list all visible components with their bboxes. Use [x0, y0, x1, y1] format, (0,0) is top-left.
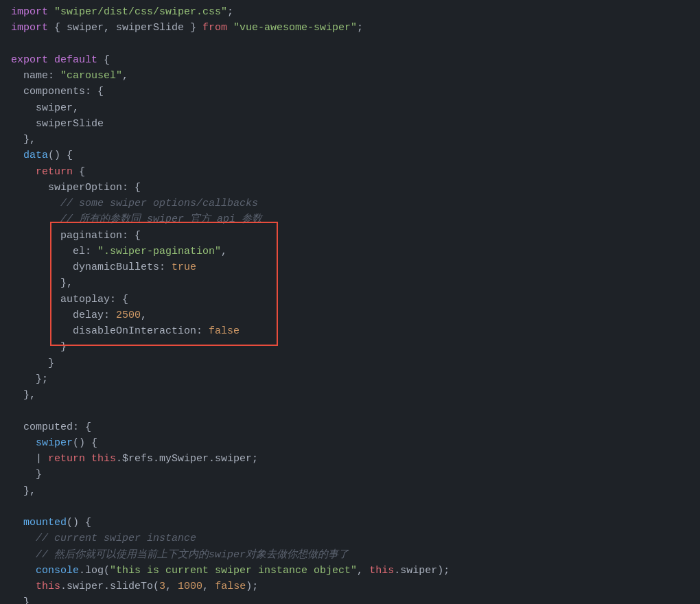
- code-line: | return this.$refs.mySwiper.swiper;: [0, 451, 700, 467]
- code-line: },: [0, 387, 700, 403]
- code-line: }: [0, 594, 700, 604]
- code-line: import "swiper/dist/css/swiper.css";: [0, 4, 700, 20]
- code-line: dynamicBullets: true: [0, 259, 700, 275]
- code-line: data() {: [0, 148, 700, 163]
- code-line: mounted() {: [0, 515, 700, 531]
- code-line: // 所有的参数同 swiper 官方 api 参数: [0, 211, 700, 227]
- code-line: delay: 2500,: [0, 307, 700, 323]
- code-line: },: [0, 132, 700, 148]
- code-line: disableOnInteraction: false: [0, 323, 700, 339]
- code-line: export default {: [0, 52, 700, 68]
- code-line: this.swiper.slideTo(3, 1000, false);: [0, 579, 700, 594]
- code-line: import { swiper, swiperSlide } from "vue…: [0, 20, 700, 36]
- code-line: el: ".swiper-pagination",: [0, 244, 700, 259]
- code-line: pagination: {: [0, 228, 700, 244]
- code-line: // current swiper instance: [0, 531, 700, 546]
- code-line: autoplay: {: [0, 292, 700, 307]
- code-line: // 然后你就可以使用当前上下文内的swiper对象去做你想做的事了: [0, 547, 700, 563]
- code-line: },: [0, 483, 700, 499]
- code-line: computed: {: [0, 419, 700, 435]
- code-line: components: {: [0, 84, 700, 100]
- code-line: [0, 403, 700, 419]
- code-line: swiper() {: [0, 435, 700, 451]
- code-line: }: [0, 356, 700, 371]
- code-line: console.log("this is current swiper inst…: [0, 563, 700, 579]
- code-line: swiperOption: {: [0, 180, 700, 196]
- code-line: }: [0, 467, 700, 483]
- code-line: swiper,: [0, 100, 700, 116]
- code-line: return {: [0, 164, 700, 180]
- code-line: [0, 499, 700, 515]
- code-line: // some swiper options/callbacks: [0, 196, 700, 211]
- code-line: }: [0, 339, 700, 355]
- code-editor: import "swiper/dist/css/swiper.css";impo…: [0, 0, 700, 604]
- code-line: [0, 36, 700, 52]
- code-line: swiperSlide: [0, 116, 700, 132]
- code-line: name: "carousel",: [0, 68, 700, 84]
- code-line: },: [0, 275, 700, 291]
- code-line: };: [0, 371, 700, 387]
